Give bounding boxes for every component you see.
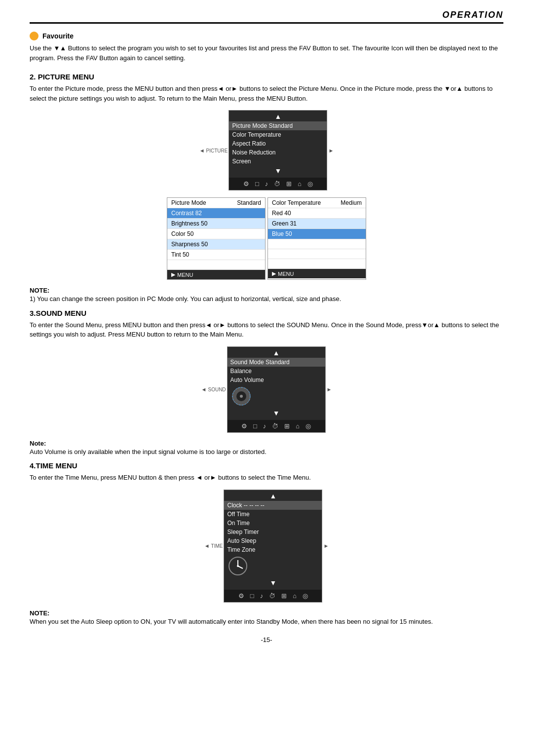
favourite-heading: Favourite xyxy=(30,32,503,40)
menu-item-picture-mode: Picture Mode Standard xyxy=(229,121,327,130)
sound-item-balance: Balance xyxy=(228,367,325,376)
sound-arrow-left: ◄ xyxy=(201,386,207,392)
menu-arrow-down: ▼ xyxy=(229,166,327,177)
time-item-autosleep: Auto Sleep xyxy=(224,536,322,545)
green-label: Green 31 xyxy=(272,220,297,227)
time-menu-section: 4.TIME MENU To enter the Time Menu, pres… xyxy=(30,461,503,626)
pic-left-footer: ▶ MENU xyxy=(167,270,265,279)
page-number: -15- xyxy=(30,636,503,643)
pic-table-header-right: Color Temperature Medium xyxy=(268,198,366,208)
menu-label-left: MENU xyxy=(177,272,193,278)
menu-item-aspect: Aspect Ratio xyxy=(229,139,327,148)
picture-nav-left: ◄ PICTURE xyxy=(199,148,228,153)
red-label: Red 40 xyxy=(272,210,291,217)
sound-arrow-down: ▼ xyxy=(228,408,325,419)
time-item-off: Off Time xyxy=(224,510,322,519)
pic-tint-row: Tint 50 xyxy=(167,250,265,260)
t-grid-icon: ⊞ xyxy=(281,592,287,600)
s-circle-icon: ◎ xyxy=(305,422,311,430)
menu-label-right: MENU xyxy=(278,271,294,277)
s-home-icon: ⌂ xyxy=(296,422,300,430)
time-menu-box: ▲ Clock -- -- -- -- Off Time On Time Sle… xyxy=(224,490,322,603)
sound-icon-bar: ⚙ □ ♪ ⏱ ⊞ ⌂ ◎ xyxy=(228,420,325,432)
clock-icon xyxy=(228,556,248,576)
time-menu-body: To enter the Time Menu, press MENU butto… xyxy=(30,473,503,483)
menu-icon-left: ▶ xyxy=(171,271,175,278)
menu-icon-right: ▶ xyxy=(272,270,276,277)
brightness-label: Brightness 50 xyxy=(171,220,207,227)
picture-nav-right: ► xyxy=(328,148,334,153)
menu-item-screen: Screen xyxy=(229,157,327,166)
pic-mode-value: Standard xyxy=(237,199,261,206)
picture-menu-title: 2. PICTURE MENU xyxy=(30,73,503,81)
pic-color-row: Color 50 xyxy=(167,229,265,239)
time-item-on: On Time xyxy=(224,519,322,528)
time-label: TIME xyxy=(211,543,223,549)
pic-green-row: Green 31 xyxy=(268,219,366,229)
time-nav-right: ► xyxy=(323,543,329,549)
sound-icon: ♪ xyxy=(265,180,268,188)
picture-left-table: Picture Mode Standard Contrast 82 Bright… xyxy=(167,197,266,280)
picture-arrow-left: ◄ xyxy=(199,148,205,153)
picture-settings-tables: Picture Mode Standard Contrast 82 Bright… xyxy=(30,197,503,280)
s-gear-icon: ⚙ xyxy=(241,422,247,430)
sound-menu-box: ▲ Sound Mode Standard Balance Auto Volum… xyxy=(227,346,326,433)
sound-note-text: Auto Volume is only available when the i… xyxy=(30,447,503,457)
header-bar: OPERATION xyxy=(30,10,503,24)
time-nav-left: ◄ TIME xyxy=(204,543,223,549)
sound-nav-left: ◄ SOUND xyxy=(201,386,226,392)
menu-item-noise: Noise Reduction xyxy=(229,148,327,157)
contrast-label: Contrast 82 xyxy=(171,210,202,217)
pic-empty-row3 xyxy=(268,249,366,259)
time-icon: ⏱ xyxy=(274,180,280,188)
note1-text: 1) You can change the screen position in… xyxy=(30,294,503,304)
menu-arrow-up: ▲ xyxy=(229,111,327,121)
favourite-body: Use the ▼▲ Buttons to select the program… xyxy=(30,43,503,63)
pic-mode-label: Picture Mode xyxy=(171,199,206,206)
t-screen-icon: □ xyxy=(250,592,254,600)
color-temp-label: Color Temperature xyxy=(272,199,321,206)
blue-label: Blue 50 xyxy=(272,230,292,237)
tint-label: Tint 50 xyxy=(171,251,189,258)
sound-label: SOUND xyxy=(208,387,226,392)
sound-item-auto-vol: Auto Volume xyxy=(228,376,325,384)
color-label: Color 50 xyxy=(171,230,193,237)
sound-note-label: Note: xyxy=(30,440,46,447)
t-circle-icon: ◎ xyxy=(303,592,308,600)
time-menu-title: 4.TIME MENU xyxy=(30,461,503,470)
time-arrow-left: ◄ xyxy=(204,543,210,549)
t-time-icon: ⏱ xyxy=(269,592,275,600)
svg-point-7 xyxy=(237,565,239,567)
color-temp-value: Medium xyxy=(341,199,362,206)
picture-icon-bar: ⚙ □ ♪ ⏱ ⊞ ⌂ ◎ xyxy=(229,178,327,190)
sound-menu-diagram: ◄ SOUND ▲ Sound Mode Standard Balance Au… xyxy=(30,346,503,433)
screen-icon: □ xyxy=(255,180,259,188)
svg-point-2 xyxy=(240,395,243,398)
picture-menu-box: ▲ Picture Mode Standard Color Temperatur… xyxy=(228,110,327,190)
time-arrow-down: ▼ xyxy=(224,578,322,589)
menu-item-color-temp: Color Temperature xyxy=(229,130,327,139)
picture-menu-body: To enter the Picture mode, press the MEN… xyxy=(30,84,503,103)
time-note-label: NOTE: xyxy=(30,609,49,617)
time-item-timezone: Time Zone xyxy=(224,545,322,554)
note1-section: NOTE: 1) You can change the screen posit… xyxy=(30,287,503,304)
grid-icon: ⊞ xyxy=(286,180,292,188)
note1-label: NOTE: xyxy=(30,287,49,294)
picture-menu-section: 2. PICTURE MENU To enter the Picture mod… xyxy=(30,73,503,280)
time-note-section: NOTE: When you set the Auto Sleep option… xyxy=(30,609,503,627)
pic-empty-row xyxy=(167,260,265,270)
pic-brightness-row: Brightness 50 xyxy=(167,219,265,229)
sound-note-section: Note: Auto Volume is only available when… xyxy=(30,440,503,457)
pic-blue-row: Blue 50 xyxy=(268,229,366,239)
sound-disc-area xyxy=(228,384,325,408)
sound-menu-title: 3.SOUND MENU xyxy=(30,309,503,317)
favourite-section: Favourite Use the ▼▲ Buttons to select t… xyxy=(30,32,503,63)
sound-item-mode: Sound Mode Standard xyxy=(228,358,325,367)
time-item-clock: Clock -- -- -- -- xyxy=(224,501,322,510)
pic-sharpness-row: Sharpness 50 xyxy=(167,239,265,250)
t-home-icon: ⌂ xyxy=(293,592,297,600)
time-note-text: When you set the Auto Sleep option to ON… xyxy=(30,617,503,627)
circle-icon: ◎ xyxy=(307,180,313,188)
pic-red-row: Red 40 xyxy=(268,208,366,219)
s-sound-icon: ♪ xyxy=(263,422,266,430)
